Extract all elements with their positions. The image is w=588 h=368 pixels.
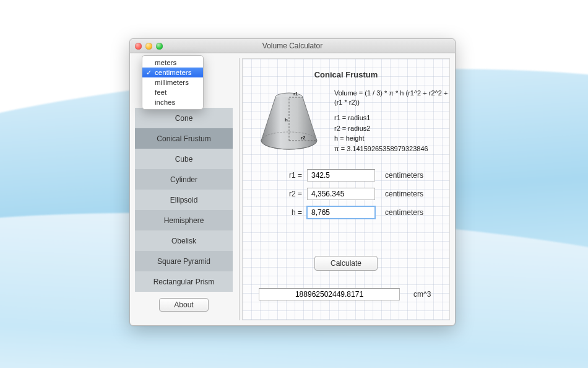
main-panel: Conical Frustum bbox=[242, 58, 450, 320]
label-r1: r1 bbox=[293, 91, 298, 97]
unit-label: centimeters bbox=[385, 190, 423, 198]
sidebar-item-square-pyramid[interactable]: Square Pyramid bbox=[135, 251, 233, 271]
inputs-group: r1 =centimetersr2 =centimetersh =centime… bbox=[280, 169, 447, 225]
formula-def: r1 = radius1 bbox=[334, 113, 449, 123]
sidebar-item-hemisphere[interactable]: Hemisphere bbox=[135, 210, 233, 230]
label-r2: r2 bbox=[301, 135, 306, 141]
input-label: h = bbox=[280, 208, 302, 217]
checkmark-icon: ✓ bbox=[146, 69, 152, 77]
vertical-divider bbox=[239, 58, 240, 320]
units-dropdown[interactable]: meters✓centimetersmillimetersfeetinches bbox=[142, 55, 204, 110]
sidebar-item-ellipsoid[interactable]: Ellipsoid bbox=[135, 190, 233, 210]
shape-heading: Conical Frustum bbox=[243, 70, 449, 79]
input-label: r2 = bbox=[280, 190, 302, 198]
units-option-feet[interactable]: feet bbox=[142, 87, 203, 97]
sidebar-item-conical-frustum[interactable]: Conical Frustum bbox=[135, 128, 233, 149]
minimize-icon[interactable] bbox=[145, 43, 152, 50]
titlebar: Volume Calculator bbox=[130, 39, 455, 53]
formula-line: Volume = (1 / 3) * π * h (r1^2 + r2^2 + … bbox=[334, 89, 449, 107]
frustum-illustration: r1 h r2 bbox=[253, 87, 326, 156]
units-option-centimeters[interactable]: ✓centimeters bbox=[142, 68, 203, 77]
input-field-r2[interactable] bbox=[307, 188, 375, 200]
formula-def: π = 3.14159265358979323846 bbox=[334, 144, 449, 154]
input-label: r1 = bbox=[280, 171, 302, 180]
formula-block: Volume = (1 / 3) * π * h (r1^2 + r2^2 + … bbox=[334, 89, 449, 155]
sidebar-item-cylinder[interactable]: Cylinder bbox=[135, 169, 233, 190]
units-option-meters[interactable]: meters bbox=[142, 58, 203, 68]
calculate-button[interactable]: Calculate bbox=[314, 256, 378, 271]
result-field[interactable] bbox=[259, 288, 400, 300]
zoom-icon[interactable] bbox=[156, 43, 163, 50]
unit-label: centimeters bbox=[385, 171, 423, 180]
close-icon[interactable] bbox=[135, 43, 142, 50]
sidebar-item-obelisk[interactable]: Obelisk bbox=[135, 230, 233, 251]
about-button[interactable]: About bbox=[159, 298, 209, 312]
formula-def: h = height bbox=[334, 134, 449, 143]
shape-list: ConeConical FrustumCubeCylinderEllipsoid… bbox=[135, 108, 233, 292]
sidebar-item-rectangular-prism[interactable]: Rectangular Prism bbox=[135, 271, 233, 292]
unit-label: centimeters bbox=[385, 208, 423, 217]
label-h: h bbox=[285, 117, 288, 123]
result-unit: cm^3 bbox=[413, 290, 431, 299]
app-window: Volume Calculator ConeConical FrustumCub… bbox=[129, 38, 456, 326]
formula-def: r2 = radius2 bbox=[334, 124, 449, 133]
units-option-inches[interactable]: inches bbox=[142, 97, 203, 107]
sidebar-item-cone[interactable]: Cone bbox=[135, 108, 233, 128]
units-option-millimeters[interactable]: millimeters bbox=[142, 77, 203, 87]
input-field-r1[interactable] bbox=[307, 169, 375, 182]
window-title: Volume Calculator bbox=[130, 42, 455, 50]
sidebar-item-cube[interactable]: Cube bbox=[135, 149, 233, 169]
input-field-h[interactable] bbox=[307, 206, 375, 219]
